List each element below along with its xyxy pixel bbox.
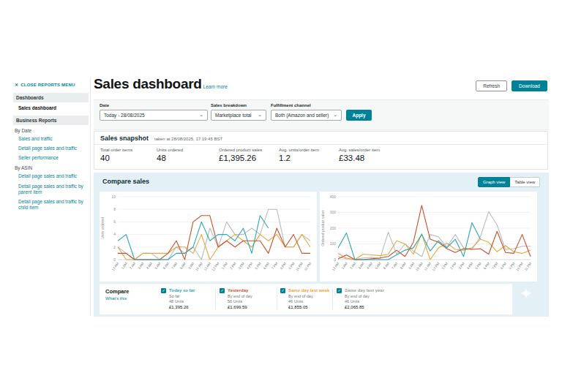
legend-sub: So far <box>169 294 195 298</box>
title-row: Sales dashboardLearn more Refresh Downlo… <box>94 76 549 98</box>
svg-text:6: 6 <box>113 219 116 224</box>
svg-text:12 PM: 12 PM <box>211 262 220 272</box>
filter-bar: Date Today - 28/08/2025 ⌄ Sales breakdow… <box>94 99 549 130</box>
legend-amount: £2,065.85 <box>345 305 384 309</box>
sidebar-item-detail-page-sales-traffic-asin[interactable]: Detail page sales and traffic <box>13 171 89 181</box>
whats-this-link[interactable]: What's this <box>105 296 127 301</box>
legend-sub: By end of day <box>345 294 384 298</box>
sales-breakdown-select[interactable]: Marketplace total ⌄ <box>211 110 266 121</box>
fulfillment-filter-group: Fulfillment channel Both (Amazon and sel… <box>271 103 342 121</box>
sidebar-item-detail-page-sales-traffic-date[interactable]: Detail page sales and traffic <box>13 143 89 153</box>
sales-snapshot-section: Sales snapshot taken at 28/08/2025, 17:1… <box>94 131 548 170</box>
checkbox-checked-icon[interactable]: ✓ <box>337 288 342 293</box>
svg-text:1 AM: 1 AM <box>341 262 348 271</box>
snapshot-timestamp: taken at 28/08/2025, 17:19:45 BST <box>154 137 222 141</box>
svg-text:11 AM: 11 AM <box>424 262 432 271</box>
reports-sidebar: ✕ CLOSE REPORTS MENU Dashboards Sales da… <box>13 80 89 212</box>
apply-button[interactable]: Apply <box>346 110 372 121</box>
sales-breakdown-filter-group: Sales breakdown Marketplace total ⌄ <box>211 103 266 121</box>
graph-view-button[interactable]: Graph view <box>478 177 510 187</box>
kpi-label: Avg. sales/order item <box>339 148 542 152</box>
legend-name: Yesterday <box>228 288 252 293</box>
sidebar-item-detail-page-child-item[interactable]: Detail page sales and traffic by child i… <box>13 197 89 212</box>
sidebar-item-sales-and-traffic[interactable]: Sales and traffic <box>13 134 89 143</box>
kpi-units-ordered: Units ordered 48 <box>157 148 219 162</box>
legend-item-same-day-last-year: ✓ Same day last year By end of day 46 Un… <box>337 288 384 309</box>
kpi-label: Units ordered <box>157 148 219 152</box>
svg-text:2: 2 <box>113 245 116 249</box>
compare-legend: Compare What's this ✓ Today so far So fa… <box>100 284 512 314</box>
svg-text:200: 200 <box>330 226 337 230</box>
download-button[interactable]: Download <box>512 80 547 91</box>
svg-text:5 AM: 5 AM <box>374 262 381 271</box>
chevron-down-icon: ⌄ <box>258 112 262 117</box>
refresh-button[interactable]: Refresh <box>476 80 507 91</box>
kpi-value: 40 <box>100 154 157 162</box>
sidebar-item-seller-performance[interactable]: Seller performance <box>13 153 89 162</box>
legend-name: Today so far <box>169 288 195 293</box>
svg-text:4: 4 <box>113 232 116 236</box>
legend-item-yesterday: ✓ Yesterday By end of day 56 Units £1,69… <box>220 288 252 309</box>
compare-sales-section: Compare sales Graph view Table view 0246… <box>94 173 549 317</box>
legend-name: Same day last week <box>288 288 329 293</box>
svg-text:2 AM: 2 AM <box>349 262 356 271</box>
sidebar-item-detail-page-parent-item[interactable]: Detail page sales and traffic by parent … <box>13 181 89 197</box>
units-ordered-chart: 024681012 AM1 AM2 AM3 AM4 AM5 AM6 AM7 AM… <box>100 192 317 282</box>
svg-text:12 PM: 12 PM <box>432 262 441 272</box>
legend-divider <box>277 288 277 310</box>
kpi-value: £1,395.26 <box>219 154 279 162</box>
kpi-label: Avg. units/order item <box>279 148 339 152</box>
sidebar-section-dashboards: Dashboards <box>13 93 89 102</box>
svg-text:6 AM: 6 AM <box>383 262 390 271</box>
sidebar-group-by-date: By Date <box>13 125 89 134</box>
svg-text:0: 0 <box>113 257 116 262</box>
sidebar-section-business-reports: Business Reports <box>13 116 89 125</box>
snapshot-header: Sales snapshot taken at 28/08/2025, 17:1… <box>94 132 547 145</box>
kpi-total-order-items: Total order items 40 <box>100 148 157 162</box>
checkbox-checked-icon[interactable]: ✓ <box>161 288 166 293</box>
legend-amount: £1,699.59 <box>228 305 252 309</box>
legend-units: 56 Units <box>228 299 252 304</box>
svg-text:Units ordered: Units ordered <box>100 217 105 239</box>
sparkle-icon[interactable] <box>520 287 533 300</box>
svg-text:9 AM: 9 AM <box>187 262 195 271</box>
header-actions: Refresh Download <box>476 80 547 91</box>
kpi-label: Total order items <box>100 148 157 152</box>
svg-text:7 PM: 7 PM <box>271 262 278 271</box>
table-view-button[interactable]: Table view <box>510 177 540 187</box>
svg-text:3 AM: 3 AM <box>138 262 145 271</box>
kpi-value: 48 <box>157 154 219 162</box>
sidebar-item-sales-dashboard[interactable]: Sales dashboard <box>13 102 89 112</box>
svg-text:1 PM: 1 PM <box>221 262 228 271</box>
chevron-down-icon: ⌄ <box>199 112 203 117</box>
legend-item-today: ✓ Today so far So far 48 Units £1,395.26 <box>161 288 195 309</box>
svg-text:1 AM: 1 AM <box>121 262 128 271</box>
svg-text:12 AM: 12 AM <box>111 262 120 272</box>
date-filter-select[interactable]: Today - 28/08/2025 ⌄ <box>100 110 208 121</box>
svg-text:12 AM: 12 AM <box>331 262 340 272</box>
svg-text:8 PM: 8 PM <box>280 262 287 271</box>
svg-text:6 PM: 6 PM <box>483 262 490 271</box>
svg-text:11 AM: 11 AM <box>203 262 211 271</box>
svg-text:8 PM: 8 PM <box>500 262 507 271</box>
sales-breakdown-label: Sales breakdown <box>211 103 266 108</box>
compare-legend-title: Compare <box>105 288 130 295</box>
date-filter-value: Today - 28/08/2025 <box>104 113 145 118</box>
svg-text:3 AM: 3 AM <box>358 262 365 271</box>
checkbox-checked-icon[interactable]: ✓ <box>220 288 225 293</box>
date-filter-group: Date Today - 28/08/2025 ⌄ <box>100 103 208 121</box>
svg-text:5 PM: 5 PM <box>254 262 261 271</box>
close-reports-menu-button[interactable]: ✕ CLOSE REPORTS MENU <box>15 82 89 87</box>
fulfillment-select[interactable]: Both (Amazon and seller) ⌄ <box>271 110 342 121</box>
svg-text:6 PM: 6 PM <box>263 262 270 271</box>
kpi-ordered-product-sales: Ordered product sales £1,395.26 <box>219 148 279 162</box>
learn-more-link[interactable]: Learn more <box>203 84 228 89</box>
close-icon: ✕ <box>15 82 18 87</box>
svg-text:1 PM: 1 PM <box>441 262 449 271</box>
main-content: Sales dashboardLearn more Refresh Downlo… <box>94 76 549 317</box>
svg-text:7 AM: 7 AM <box>391 262 398 271</box>
svg-text:10 PM: 10 PM <box>515 262 524 272</box>
svg-text:10: 10 <box>111 195 116 199</box>
svg-text:9 PM: 9 PM <box>288 262 295 271</box>
checkbox-checked-icon[interactable]: ✓ <box>280 288 285 293</box>
